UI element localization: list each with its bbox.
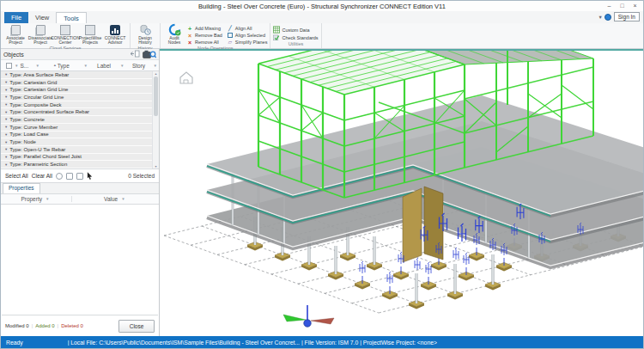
- column-label[interactable]: Label: [89, 63, 118, 69]
- column-type[interactable]: ▴ Type: [41, 63, 82, 69]
- object-type-group-row[interactable]: ▾ Type: Cartesian Grid Line: [1, 86, 152, 94]
- add-missing-button[interactable]: +Add Missing: [186, 25, 222, 32]
- scrollbar-thumb[interactable]: [154, 77, 158, 116]
- chevron-down-icon[interactable]: ▾: [598, 14, 601, 21]
- snapshot-search-icon[interactable]: [143, 50, 156, 59]
- select-all-checkbox[interactable]: [6, 63, 12, 69]
- funnel-icon[interactable]: ▼: [82, 64, 89, 68]
- align-icon: ╱: [227, 26, 234, 32]
- minimize-button[interactable]: –: [603, 1, 616, 10]
- object-type-label: Type: Circular Grid Line: [9, 95, 64, 100]
- selection-box-icon: [227, 33, 234, 38]
- close-window-button[interactable]: ×: [629, 1, 641, 10]
- object-type-label: Type: Area Surface Rebar: [9, 72, 69, 77]
- ribbon-tab-row: File View Tools ▾ Sign In: [1, 11, 643, 23]
- ribbon-group-cloud-services: Associate Project Disassociate Project C…: [1, 23, 131, 48]
- axis-triad: [283, 305, 334, 327]
- object-type-group-row[interactable]: ▾ Type: Concentrated Surface Rebar: [1, 108, 152, 116]
- audit-nodes-button[interactable]: Audit Nodes: [163, 24, 185, 46]
- ribbon-group-node-operations: Audit Nodes +Add Missing ×Remove Bad ×Re…: [161, 23, 270, 48]
- ribbon-group-utilities: Custom Data Check Standards Utilities: [270, 23, 321, 48]
- chevron-down-icon: ▾: [5, 95, 7, 99]
- object-type-group-row[interactable]: ▾ Type: Curve Member: [1, 124, 152, 132]
- column-select[interactable]: S...: [20, 63, 33, 69]
- group-label-utilities: Utilities: [273, 41, 318, 48]
- object-type-group-row[interactable]: ▾ Type: Concrete: [1, 116, 152, 124]
- maximize-button[interactable]: □: [616, 1, 629, 10]
- object-type-label: Type: Node: [9, 139, 36, 144]
- chevron-down-icon: ▾: [5, 125, 7, 129]
- window-controls: – □ ×: [603, 1, 641, 10]
- unpin-icon[interactable]: [130, 50, 140, 58]
- chevron-down-icon: ▾: [5, 88, 7, 92]
- sign-in-button[interactable]: Sign In: [614, 12, 640, 21]
- scroll-up-icon[interactable]: ▴: [155, 71, 156, 76]
- deleted-count: Deleted 0: [61, 323, 83, 328]
- align-all-button[interactable]: ╱Align All: [227, 25, 268, 32]
- object-type-group-row[interactable]: ▾ Type: Parametric Section: [1, 161, 152, 168]
- connection-center-button[interactable]: CONNECTION Center: [53, 24, 77, 46]
- design-history-button[interactable]: Design History: [133, 24, 157, 46]
- object-type-group-row[interactable]: ▾ Type: Node: [1, 138, 152, 146]
- object-type-label: Type: Parametric Section: [9, 162, 67, 167]
- object-type-group-row[interactable]: ▾ Type: Area Surface Rebar: [1, 71, 152, 79]
- highlight-selection-icon[interactable]: [76, 173, 83, 180]
- associate-project-icon: [11, 25, 21, 35]
- object-type-label: Type: Load Case: [9, 132, 48, 137]
- object-type-label: Type: Cartesian Grid Line: [9, 87, 68, 92]
- funnel-icon[interactable]: ▼: [13, 64, 20, 68]
- disassociate-project-button[interactable]: Disassociate Project: [28, 24, 52, 46]
- objects-list-scrollbar[interactable]: ▴ ▾: [152, 71, 159, 168]
- simplify-planes-button[interactable]: ▱Simplify Planes: [227, 39, 268, 46]
- column-property[interactable]: Property: [21, 196, 42, 202]
- objects-panel-header: Objects: [1, 49, 159, 60]
- object-type-label: Type: Curve Member: [9, 125, 58, 130]
- object-type-group-row[interactable]: ▾ Type: Open-U Tie Rebar: [1, 146, 152, 154]
- associate-project-button[interactable]: Associate Project: [3, 24, 27, 46]
- axis-y-arrow: [283, 315, 306, 321]
- structural-model-canvas[interactable]: [160, 51, 643, 336]
- selection-toolbar: Select All Clear All 0 Selected: [1, 169, 159, 183]
- connect-advisor-icon: [110, 25, 120, 35]
- object-type-group-row[interactable]: ▾ Type: Load Case: [1, 132, 152, 139]
- tab-properties[interactable]: Properties: [3, 183, 40, 193]
- column-story[interactable]: Story: [126, 63, 152, 69]
- isolate-selection-icon[interactable]: [66, 173, 73, 180]
- home-view-icon[interactable]: [180, 72, 192, 83]
- status-bar: Ready | Local File: C:\Users\Public\Docu…: [1, 336, 643, 348]
- pointer-cursor-icon[interactable]: [87, 172, 93, 181]
- chevron-down-icon: ▾: [5, 102, 7, 107]
- funnel-icon[interactable]: ▼: [119, 197, 126, 201]
- close-button[interactable]: Close: [118, 320, 155, 333]
- model-viewport[interactable]: [160, 49, 643, 336]
- user-avatar-icon: [605, 14, 611, 21]
- object-type-label: Type: Parallel Chord Steel Joist: [9, 154, 82, 159]
- object-type-group-row[interactable]: ▾ Type: Circular Grid Line: [1, 94, 152, 101]
- tab-view[interactable]: View: [28, 12, 56, 23]
- scroll-down-icon[interactable]: ▾: [155, 164, 156, 168]
- select-all-button[interactable]: Select All: [5, 173, 28, 179]
- connection-center-icon: [60, 25, 70, 35]
- tab-file[interactable]: File: [4, 12, 28, 23]
- column-value[interactable]: Value: [104, 196, 118, 202]
- funnel-icon[interactable]: ▼: [118, 64, 125, 68]
- remove-all-button[interactable]: ×Remove All: [186, 39, 222, 46]
- clear-all-button[interactable]: Clear All: [32, 173, 52, 179]
- sort-asc-icon: ▴: [54, 63, 56, 67]
- object-type-group-row[interactable]: ▾ Type: Parallel Chord Steel Joist: [1, 154, 152, 162]
- object-type-group-row[interactable]: ▾ Type: Composite Deck: [1, 101, 152, 109]
- x-icon: ×: [186, 40, 193, 46]
- object-type-group-row[interactable]: ▾ Type: Cartesian Grid: [1, 79, 152, 87]
- custom-data-button[interactable]: Custom Data: [273, 26, 318, 34]
- tab-tools[interactable]: Tools: [56, 12, 87, 23]
- connect-advisor-button[interactable]: CONNECT Advisor: [103, 24, 127, 46]
- align-selected-button[interactable]: Align Selected: [227, 32, 268, 39]
- projectwise-projects-button[interactable]: ProjectWise Projects: [78, 24, 102, 46]
- check-standards-button[interactable]: Check Standards: [273, 34, 318, 41]
- remove-bad-button[interactable]: ×Remove Bad: [186, 32, 222, 39]
- funnel-icon[interactable]: ▼: [44, 197, 51, 201]
- funnel-icon[interactable]: ▼: [152, 64, 159, 68]
- funnel-icon[interactable]: ▼: [33, 64, 40, 68]
- zoom-selection-icon[interactable]: [56, 173, 63, 180]
- chevron-down-icon: ▾: [5, 132, 7, 137]
